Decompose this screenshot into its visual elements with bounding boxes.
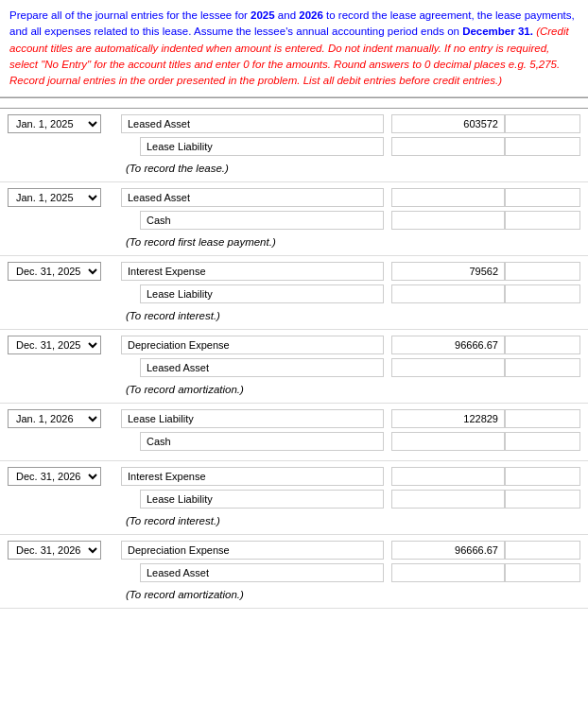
account-input[interactable] <box>140 211 384 230</box>
debit-input[interactable] <box>391 284 505 303</box>
account-input[interactable] <box>121 467 384 486</box>
credit-input[interactable] <box>505 284 580 303</box>
table-header <box>0 97 588 109</box>
debit-input[interactable] <box>391 211 505 230</box>
debit-input[interactable] <box>391 563 505 582</box>
journal-section-5: Jan. 1, 2025Dec. 31, 2025Jan. 1, 2026Dec… <box>0 461 588 535</box>
credit-input[interactable] <box>505 188 580 207</box>
debit-cell <box>391 262 505 281</box>
debit-cell <box>391 336 505 354</box>
entry-row <box>8 490 580 509</box>
date-select-3[interactable]: Jan. 1, 2025Dec. 31, 2025Jan. 1, 2026Dec… <box>8 336 101 354</box>
account-cell <box>121 211 391 230</box>
credit-input[interactable] <box>505 432 580 451</box>
account-input[interactable] <box>121 188 384 207</box>
credit-cell <box>505 467 580 486</box>
account-input[interactable] <box>121 409 384 428</box>
date-select-2[interactable]: Jan. 1, 2025Dec. 31, 2025Jan. 1, 2026Dec… <box>8 262 101 281</box>
debit-cell <box>391 358 505 377</box>
account-cell <box>121 188 391 207</box>
date-select-6[interactable]: Jan. 1, 2025Dec. 31, 2025Jan. 1, 2026Dec… <box>8 541 101 560</box>
account-input[interactable] <box>121 114 384 133</box>
date-select-5[interactable]: Jan. 1, 2025Dec. 31, 2025Jan. 1, 2026Dec… <box>8 467 101 486</box>
debit-input[interactable] <box>391 114 505 133</box>
credit-cell <box>505 336 580 354</box>
date-select-0[interactable]: Jan. 1, 2025Dec. 31, 2025Jan. 1, 2026Dec… <box>8 114 101 133</box>
date-select-1[interactable]: Jan. 1, 2025Dec. 31, 2025Jan. 1, 2026Dec… <box>8 188 101 207</box>
journal-section-2: Jan. 1, 2025Dec. 31, 2025Jan. 1, 2026Dec… <box>0 256 588 330</box>
journal-section-6: Jan. 1, 2025Dec. 31, 2025Jan. 1, 2026Dec… <box>0 535 588 609</box>
debit-input[interactable] <box>391 541 505 560</box>
account-cell <box>121 336 391 354</box>
credit-input[interactable] <box>505 409 580 428</box>
section-note: (To record interest.) <box>8 512 580 528</box>
account-cell <box>121 409 391 428</box>
section-note: (To record amortization.) <box>8 586 580 602</box>
debit-input[interactable] <box>391 467 505 486</box>
date-cell: Jan. 1, 2025Dec. 31, 2025Jan. 1, 2026Dec… <box>8 336 121 354</box>
debit-cell <box>391 114 505 133</box>
account-cell <box>121 114 391 133</box>
account-input[interactable] <box>121 541 384 560</box>
account-input[interactable] <box>121 336 384 354</box>
debit-input[interactable] <box>391 262 505 281</box>
credit-cell <box>505 114 580 133</box>
entry-row <box>8 284 580 303</box>
credit-input[interactable] <box>505 137 580 156</box>
account-input[interactable] <box>140 432 384 451</box>
account-cell <box>121 262 391 281</box>
account-cell <box>121 541 391 560</box>
debit-cell <box>391 432 505 451</box>
account-input[interactable] <box>140 490 384 509</box>
credit-input[interactable] <box>505 262 580 281</box>
account-cell <box>121 432 391 451</box>
account-input[interactable] <box>140 358 384 377</box>
credit-cell <box>505 432 580 451</box>
debit-input[interactable] <box>391 490 505 509</box>
debit-input[interactable] <box>391 432 505 451</box>
debit-input[interactable] <box>391 137 505 156</box>
journal-section-1: Jan. 1, 2025Dec. 31, 2025Jan. 1, 2026Dec… <box>0 182 588 256</box>
date-cell: Jan. 1, 2025Dec. 31, 2025Jan. 1, 2026Dec… <box>8 188 121 207</box>
entry-row: Jan. 1, 2025Dec. 31, 2025Jan. 1, 2026Dec… <box>8 188 580 207</box>
debit-input[interactable] <box>391 188 505 207</box>
credit-input[interactable] <box>505 563 580 582</box>
credit-input[interactable] <box>505 114 580 133</box>
debit-cell <box>391 409 505 428</box>
entry-row: Jan. 1, 2025Dec. 31, 2025Jan. 1, 2026Dec… <box>8 114 580 133</box>
account-cell <box>121 490 391 509</box>
debit-cell <box>391 490 505 509</box>
account-input[interactable] <box>140 563 384 582</box>
account-input[interactable] <box>140 284 384 303</box>
credit-cell <box>505 284 580 303</box>
debit-cell <box>391 137 505 156</box>
entry-row: Jan. 1, 2025Dec. 31, 2025Jan. 1, 2026Dec… <box>8 336 580 354</box>
debit-cell <box>391 541 505 560</box>
journal-section-3: Jan. 1, 2025Dec. 31, 2025Jan. 1, 2026Dec… <box>0 330 588 404</box>
credit-input[interactable] <box>505 490 580 509</box>
entry-row <box>8 137 580 156</box>
debit-cell <box>391 211 505 230</box>
account-input[interactable] <box>121 262 384 281</box>
debit-input[interactable] <box>391 358 505 377</box>
entry-row <box>8 358 580 377</box>
credit-cell <box>505 541 580 560</box>
account-input[interactable] <box>140 137 384 156</box>
debit-cell <box>391 467 505 486</box>
credit-input[interactable] <box>505 211 580 230</box>
credit-cell <box>505 409 580 428</box>
debit-input[interactable] <box>391 409 505 428</box>
date-cell: Jan. 1, 2025Dec. 31, 2025Jan. 1, 2026Dec… <box>8 541 121 560</box>
entry-row <box>8 211 580 230</box>
instructions: Prepare all of the journal entries for t… <box>0 0 588 97</box>
credit-input[interactable] <box>505 358 580 377</box>
account-cell <box>121 467 391 486</box>
debit-input[interactable] <box>391 336 505 354</box>
credit-input[interactable] <box>505 467 580 486</box>
credit-cell <box>505 188 580 207</box>
account-cell <box>121 358 391 377</box>
date-select-4[interactable]: Jan. 1, 2025Dec. 31, 2025Jan. 1, 2026Dec… <box>8 409 101 428</box>
credit-input[interactable] <box>505 541 580 560</box>
credit-input[interactable] <box>505 336 580 354</box>
date-cell: Jan. 1, 2025Dec. 31, 2025Jan. 1, 2026Dec… <box>8 114 121 133</box>
